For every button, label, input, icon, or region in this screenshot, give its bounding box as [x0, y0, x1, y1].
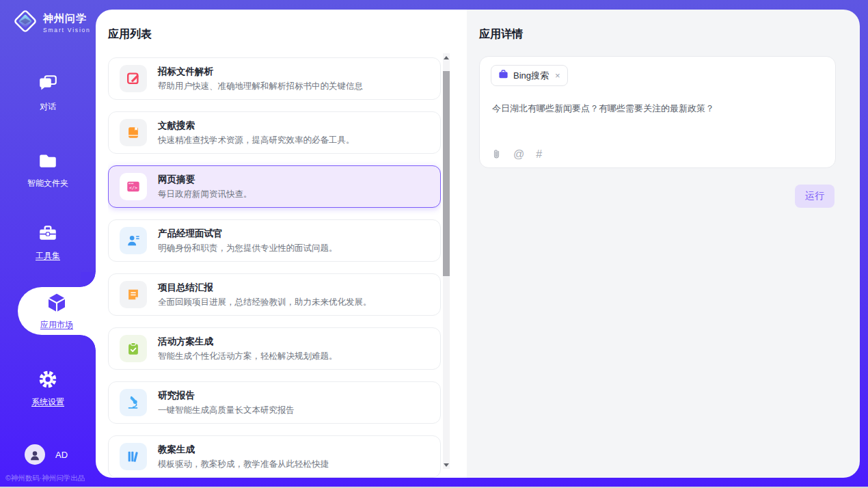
sidebar-item-smart-folder[interactable]: 智能文件夹 [0, 150, 96, 189]
attachment-icon[interactable] [491, 148, 502, 161]
app-desc: 帮助用户快速、准确地理解和解析招标书中的关键信息 [158, 81, 363, 92]
sidebar-item-settings[interactable]: 系统设置 [0, 369, 96, 408]
brand-name: 神州问学 [43, 12, 91, 25]
memo-icon [120, 281, 147, 308]
sidebar-item-label: 系统设置 [31, 396, 64, 408]
app-title: 招标文件解析 [158, 66, 363, 78]
user-initials: AD [55, 450, 68, 460]
app-title: 文献搜索 [158, 120, 355, 132]
tool-chip-bing-search[interactable]: Bing搜索 × [491, 65, 568, 86]
list-scrollbar[interactable] [443, 53, 450, 469]
app-title: 活动方案生成 [158, 336, 338, 348]
app-card-research-report[interactable]: 研究报告 一键智能生成高质量长文本研究报告 [108, 381, 441, 424]
query-text[interactable]: 今日湖北有哪些新闻要点？有哪些需要关注的最新政策？ [492, 102, 824, 116]
app-card-bid-analysis[interactable]: 招标文件解析 帮助用户快速、准确地理解和解析招标书中的关键信息 [108, 57, 441, 100]
app-card-project-summary[interactable]: 项目总结汇报 全面回顾项目进展，总结经验教训，助力未来优化发展。 [108, 273, 441, 316]
book-icon [120, 119, 147, 146]
toolbox-icon [38, 223, 58, 246]
app-desc: 明确身份和职责，为您提供专业性的面试问题。 [158, 243, 338, 254]
sidebar-item-label: 智能文件夹 [27, 178, 68, 189]
run-button[interactable]: 运行 [795, 185, 835, 208]
app-logo: 神州问学 Smart Vision [12, 8, 91, 37]
sidebar-item-label: 对话 [40, 101, 56, 113]
app-desc: 快速精准查找学术资源，提高研究效率的必备工具。 [158, 135, 355, 146]
clipboard-check-icon [120, 335, 147, 362]
chat-icon [38, 74, 58, 97]
mention-icon[interactable]: @ [513, 148, 524, 161]
app-desc: 模板驱动，教案秒成，教学准备从此轻松快捷 [158, 459, 329, 470]
sidebar-item-label: 应用市场 [40, 319, 73, 331]
brand-subtitle: Smart Vision [43, 27, 91, 33]
input-toolbar: @ # [491, 148, 542, 161]
app-list: 招标文件解析 帮助用户快速、准确地理解和解析招标书中的关键信息 文献搜索 快速精… [108, 57, 441, 478]
app-title: 项目总结汇报 [158, 282, 372, 294]
app-card-lesson-plan[interactable]: 教案生成 模板驱动，教案秒成，教学准备从此轻松快捷 [108, 435, 441, 478]
main-content: 应用列表 招标文件解析 帮助用户快速、准确地理解和解析招标书中的关键信息 [96, 10, 860, 478]
app-desc: 每日政府新闻资讯快查。 [158, 189, 252, 200]
brand-diamond-icon [12, 8, 38, 37]
app-card-web-summary[interactable]: </> 网页摘要 每日政府新闻资讯快查。 [108, 165, 441, 208]
app-title: 研究报告 [158, 390, 295, 402]
app-detail-title: 应用详情 [479, 27, 523, 42]
app-card-activity-plan[interactable]: 活动方案生成 智能生成个性化活动方案，轻松解决规划难题。 [108, 327, 441, 370]
chip-close-icon[interactable]: × [555, 70, 560, 81]
browser-code-icon: </> [120, 173, 147, 200]
app-card-pm-interviewer[interactable]: 产品经理面试官 明确身份和职责，为您提供专业性的面试问题。 [108, 219, 441, 262]
app-detail-panel: 应用详情 Bing搜索 × 今日湖北有哪些新闻要点？有哪些需要关注的最新政策？ [467, 10, 860, 478]
document-edit-icon [120, 65, 147, 92]
app-desc: 智能生成个性化活动方案，轻松解决规划难题。 [158, 351, 338, 362]
books-icon [120, 443, 147, 470]
scrollbar-up-arrow[interactable] [443, 53, 450, 62]
folder-icon [38, 150, 58, 174]
user-account[interactable]: AD [25, 444, 68, 465]
app-title: 教案生成 [158, 444, 329, 456]
chip-label: Bing搜索 [513, 70, 549, 82]
svg-text:</>: </> [129, 185, 137, 191]
app-list-title: 应用列表 [108, 27, 152, 42]
microscope-icon [120, 389, 147, 416]
app-desc: 全面回顾项目进展，总结经验教训，助力未来优化发展。 [158, 297, 372, 308]
sidebar-item-toolset[interactable]: 工具集 [0, 223, 96, 262]
query-input-card[interactable]: Bing搜索 × 今日湖北有哪些新闻要点？有哪些需要关注的最新政策？ @ # [479, 56, 836, 168]
app-list-panel: 应用列表 招标文件解析 帮助用户快速、准确地理解和解析招标书中的关键信息 [96, 10, 467, 478]
avatar [25, 444, 45, 465]
hashtag-icon[interactable]: # [536, 148, 542, 161]
copyright-footer: ©神州数码·神州问学出品 [5, 474, 85, 483]
app-desc: 一键智能生成高质量长文本研究报告 [158, 405, 295, 416]
app-card-literature-search[interactable]: 文献搜索 快速精准查找学术资源，提高研究效率的必备工具。 [108, 111, 441, 154]
cube-icon [46, 292, 68, 316]
sidebar-item-label: 工具集 [36, 250, 60, 262]
sidebar-item-chat[interactable]: 对话 [0, 74, 96, 113]
app-title: 网页摘要 [158, 174, 252, 186]
sidebar: 神州问学 Smart Vision 对话 智能文件夹 [0, 0, 96, 488]
interviewer-icon [120, 227, 147, 254]
gear-icon [38, 369, 58, 392]
app-title: 产品经理面试官 [158, 228, 338, 240]
scrollbar-down-arrow[interactable] [443, 461, 450, 469]
scrollbar-thumb[interactable] [443, 71, 450, 276]
briefcase-icon [498, 69, 508, 82]
sidebar-item-app-market[interactable]: 应用市场 [18, 287, 96, 335]
